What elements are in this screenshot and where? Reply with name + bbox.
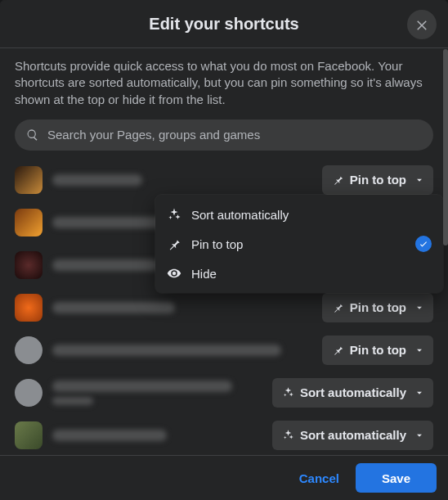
- eye-icon: [167, 266, 181, 281]
- dialog-footer: Cancel Save: [0, 455, 448, 500]
- sparkle-icon: [167, 207, 181, 222]
- menu-item-label: Hide: [191, 267, 432, 281]
- chevron-down-icon: [414, 345, 425, 356]
- shortcut-row: Pin to top: [15, 329, 433, 372]
- shortcut-thumbnail: [15, 421, 43, 449]
- shortcut-action-dropdown[interactable]: Sort automatically: [272, 378, 433, 408]
- chevron-down-icon: [414, 302, 425, 313]
- shortcut-action-dropdown[interactable]: Pin to top: [322, 165, 433, 195]
- action-label: Pin to top: [350, 300, 406, 314]
- action-label: Pin to top: [350, 343, 406, 357]
- dialog-title: Edit your shortcuts: [149, 15, 298, 34]
- save-button[interactable]: Save: [356, 463, 437, 493]
- menu-item-label: Sort automatically: [191, 208, 432, 222]
- menu-item-sort-automatically[interactable]: Sort automatically: [160, 200, 438, 229]
- shortcut-action-dropdown[interactable]: Sort automatically: [272, 421, 433, 450]
- shortcut-action-dropdown[interactable]: Pin to top: [322, 336, 433, 365]
- chevron-down-icon: [414, 430, 425, 441]
- menu-item-hide[interactable]: Hide: [160, 259, 438, 288]
- dialog-description: Shortcuts provide quick access to what y…: [0, 48, 448, 119]
- menu-item-pin-to-top[interactable]: Pin to top: [160, 229, 438, 259]
- chevron-down-icon: [414, 387, 425, 399]
- shortcut-thumbnail: [15, 379, 43, 407]
- shortcut-row: Sort automatically: [15, 372, 433, 414]
- menu-item-label: Pin to top: [191, 237, 405, 251]
- sparkle-icon: [282, 386, 294, 399]
- shortcut-thumbnail: [15, 336, 43, 364]
- search-field[interactable]: [15, 119, 433, 151]
- shortcut-name: [52, 345, 322, 356]
- search-icon: [26, 128, 39, 142]
- shortcut-name: [52, 174, 322, 186]
- shortcut-thumbnail: [15, 251, 43, 279]
- pin-icon: [332, 344, 344, 356]
- pin-icon: [332, 173, 344, 186]
- selected-check: [415, 236, 432, 252]
- check-icon: [419, 239, 428, 249]
- dialog-header: Edit your shortcuts: [0, 0, 448, 48]
- cancel-button[interactable]: Cancel: [288, 463, 351, 493]
- shortcut-thumbnail: [15, 294, 43, 322]
- close-icon: [414, 17, 429, 32]
- shortcut-name: [52, 302, 322, 313]
- chevron-down-icon: [414, 174, 425, 186]
- shortcut-name: [52, 430, 272, 441]
- scrollbar-thumb[interactable]: [443, 49, 448, 245]
- pin-icon: [332, 301, 344, 313]
- action-label: Sort automatically: [300, 428, 406, 442]
- sparkle-icon: [282, 429, 294, 441]
- close-button[interactable]: [407, 10, 437, 39]
- shortcut-thumbnail: [15, 166, 43, 194]
- action-label: Pin to top: [350, 173, 406, 187]
- shortcut-row: Sort automatically: [15, 414, 433, 457]
- search-input[interactable]: [46, 127, 422, 142]
- shortcut-name: [52, 381, 272, 405]
- pin-icon: [167, 236, 181, 251]
- shortcut-action-dropdown[interactable]: Pin to top: [322, 293, 433, 322]
- action-dropdown-menu: Sort automatically Pin to top Hide: [155, 195, 443, 293]
- action-label: Sort automatically: [300, 385, 406, 399]
- shortcut-thumbnail: [15, 209, 43, 236]
